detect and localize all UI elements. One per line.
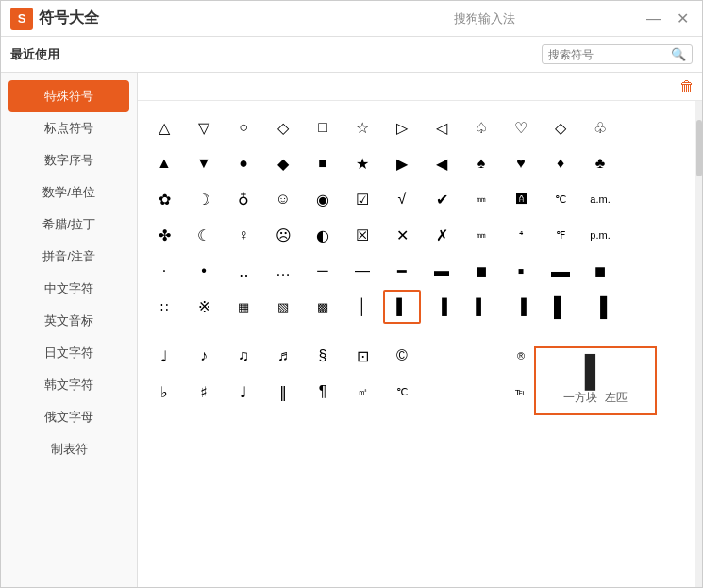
search-input[interactable] [548,48,671,61]
sym-cell[interactable]: ◁ [423,110,460,144]
sym-cell[interactable]: □ [304,110,342,144]
sym-cell[interactable]: ※ [185,290,223,324]
sym-cell[interactable]: ▷ [383,110,421,144]
sym-cell[interactable]: © [383,339,421,373]
sym-cell[interactable] [621,218,659,252]
sym-cell[interactable]: ▽ [185,110,223,144]
sidebar-item-special[interactable]: 特殊符号 [8,80,129,112]
sym-cell[interactable]: a.m. [581,182,619,216]
sym-cell[interactable]: ▶ [383,146,421,180]
sym-cell[interactable] [462,339,500,373]
sym-cell[interactable]: ━ [383,254,421,288]
sym-cell[interactable]: • [185,254,223,288]
sym-cell[interactable]: ■ [304,146,342,180]
sym-cell[interactable]: ✕ [383,218,421,252]
sym-cell[interactable]: ♠ [462,146,500,180]
sym-cell[interactable]: ㎜ [462,182,500,216]
sidebar-item-phonetic[interactable]: 英文音标 [1,305,137,337]
sym-cell[interactable]: ▌ [462,290,500,324]
sym-cell[interactable]: ▦ [225,290,262,324]
sym-cell[interactable]: ♁ [225,182,262,216]
scrollbar-track[interactable] [695,101,702,587]
sym-cell[interactable]: △ [145,110,183,144]
sym-cell[interactable]: ▬ [423,254,460,288]
sym-cell[interactable]: … [264,254,302,288]
sym-cell[interactable]: ─ [304,254,342,288]
sym-cell[interactable]: ∷ [145,290,183,324]
sym-cell[interactable] [621,182,659,216]
sidebar-item-pinyin[interactable]: 拼音/注音 [1,241,137,273]
sym-cell[interactable]: ♦ [542,146,579,180]
sym-cell[interactable]: ✔ [423,182,460,216]
sym-cell[interactable]: ♥ [502,146,540,180]
sym-cell[interactable]: ☹ [264,218,302,252]
sym-cell[interactable]: ♡ [502,110,540,144]
sym-cell[interactable]: ☾ [185,218,223,252]
sym-cell[interactable]: ♧ [581,110,619,144]
sym-cell-highlighted[interactable]: ▌ [383,290,421,324]
sym-cell[interactable]: ♩ [145,339,183,373]
trash-icon[interactable]: 🗑 [679,78,695,95]
sym-cell[interactable]: — [343,254,381,288]
sym-cell[interactable]: ♣ [581,146,619,180]
minimize-button[interactable]: — [643,9,665,28]
sym-cell[interactable]: ✗ [423,218,460,252]
sym-cell[interactable]: ⊡ [343,339,381,373]
sym-cell[interactable]: ℃ [542,182,579,216]
sym-cell[interactable]: │ [343,290,381,324]
sym-cell[interactable]: ◀ [423,146,460,180]
sym-cell[interactable]: ○ [225,110,262,144]
sym-cell[interactable]: ▐ [502,290,540,324]
sym-cell[interactable]: ▧ [264,290,302,324]
sym-cell[interactable]: ◐ [304,218,342,252]
sym-cell[interactable]: ▲ [145,146,183,180]
sym-cell[interactable] [423,339,460,373]
sym-cell[interactable]: ☺ [264,182,302,216]
sym-cell[interactable]: ▌ [542,290,579,324]
sidebar-item-punctuation[interactable]: 标点符号 [1,112,137,144]
search-icon[interactable]: 🔍 [671,47,686,61]
sym-cell[interactable]: ▬ [542,254,579,288]
sidebar-item-chinese[interactable]: 中文字符 [1,273,137,305]
sym-cell[interactable]: √ [383,182,421,216]
sym-cell[interactable] [621,146,659,180]
sym-cell[interactable]: ♪ [185,339,223,373]
close-button[interactable]: ✕ [673,9,693,28]
sidebar-item-korean[interactable]: 韩文字符 [1,369,137,401]
sym-cell[interactable]: 🅰 [502,182,540,216]
sym-cell[interactable]: ♫ [225,339,262,373]
sym-cell[interactable]: ♩ [225,375,262,409]
sym-cell[interactable]: ‥ [225,254,262,288]
sym-cell[interactable] [621,254,659,288]
sym-cell[interactable]: ◇ [542,110,579,144]
sym-cell[interactable]: ▪ [502,254,540,288]
sym-cell[interactable]: ♤ [462,110,500,144]
sym-cell[interactable]: ℃ [383,375,421,409]
sym-cell[interactable]: ㎜ [462,218,500,252]
sym-cell[interactable]: p.m. [581,218,619,252]
sym-cell[interactable]: ■ [462,254,500,288]
sym-cell[interactable] [462,375,500,409]
sym-cell[interactable]: ▼ [185,146,223,180]
sym-cell[interactable]: ℉ [542,218,579,252]
sym-cell[interactable]: ● [225,146,262,180]
sym-cell[interactable]: ‖ [264,375,302,409]
sym-cell[interactable]: ♀ [225,218,262,252]
sym-cell[interactable]: ■ [581,254,619,288]
sidebar-item-math[interactable]: 数学/单位 [1,176,137,209]
sym-cell[interactable]: § [304,339,342,373]
sym-cell[interactable] [621,290,659,324]
sym-cell[interactable]: ☒ [343,218,381,252]
sym-cell[interactable]: ▐ [581,290,619,324]
sym-cell[interactable]: ☽ [185,182,223,216]
sym-cell[interactable]: ✤ [145,218,183,252]
sym-cell[interactable]: · [145,254,183,288]
sym-cell[interactable]: ◇ [264,110,302,144]
sidebar-item-russian[interactable]: 俄文字母 [1,401,137,433]
sym-cell[interactable]: ♭ [145,375,183,409]
sidebar-item-table[interactable]: 制表符 [1,433,137,465]
sidebar-item-greek[interactable]: 希腊/拉丁 [1,209,137,241]
sym-cell[interactable]: ♯ [185,375,223,409]
sidebar-item-numbers[interactable]: 数字序号 [1,144,137,176]
sym-cell[interactable]: ▐ [423,290,460,324]
